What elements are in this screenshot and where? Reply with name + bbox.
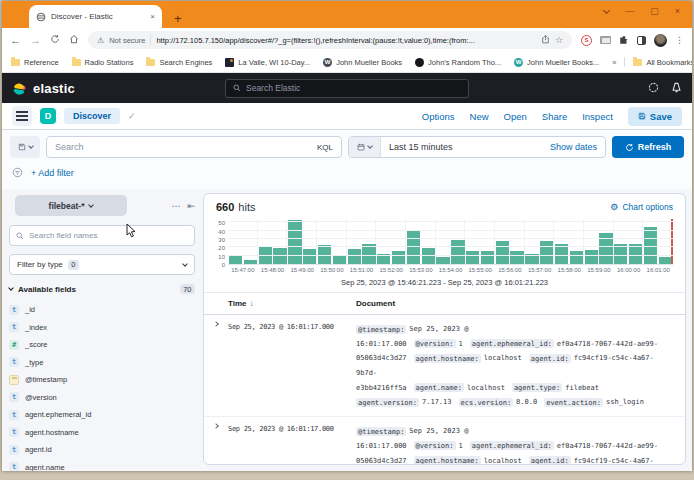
- histogram-bar[interactable]: [229, 255, 242, 264]
- new-tab-button[interactable]: +: [174, 12, 182, 25]
- histogram-bar[interactable]: [273, 248, 286, 264]
- time-range-value[interactable]: Last 15 minutes: [381, 142, 461, 152]
- histogram-bar[interactable]: [333, 255, 346, 264]
- global-search-input[interactable]: Search Elastic: [225, 79, 469, 98]
- add-filter-button[interactable]: + Add filter: [31, 168, 74, 178]
- bookmark-item[interactable]: Search Engines: [146, 58, 212, 67]
- side-panel-icon[interactable]: [637, 36, 646, 45]
- histogram-bar[interactable]: [481, 251, 494, 264]
- chart-options-button[interactable]: ⚙ Chart options: [610, 202, 673, 212]
- reload-button[interactable]: [50, 34, 60, 46]
- histogram-bar[interactable]: [496, 241, 509, 264]
- histogram-chart[interactable]: 01020304050 15:47:0015:48:0015:49:0015:5…: [212, 219, 673, 273]
- save-button[interactable]: Save: [628, 107, 682, 126]
- histogram-bar[interactable]: [585, 250, 598, 264]
- collapse-sidebar-icon[interactable]: ⇤: [187, 201, 195, 211]
- adblock-extension-icon[interactable]: S: [581, 35, 592, 46]
- home-button[interactable]: [69, 34, 79, 46]
- all-bookmarks-button[interactable]: All Bookmarks: [633, 58, 692, 67]
- toolbar-link-open[interactable]: Open: [504, 111, 527, 122]
- document-field-name[interactable]: agent.id:: [529, 456, 571, 464]
- toolbar-link-options[interactable]: Options: [422, 111, 455, 122]
- refresh-button[interactable]: Refresh: [612, 136, 684, 158]
- available-fields-header[interactable]: Available fields 70: [9, 284, 195, 294]
- document-field-name[interactable]: event.action:: [544, 398, 603, 407]
- space-badge[interactable]: D: [40, 108, 56, 124]
- toolbar-link-share[interactable]: Share: [542, 111, 567, 122]
- alerts-icon[interactable]: [671, 79, 682, 97]
- address-bar[interactable]: ⚠ Not secure http://172.105.7.150/app/di…: [88, 31, 572, 49]
- window-chevron-icon[interactable]: [603, 6, 610, 13]
- document-field-name[interactable]: agent.type:: [512, 383, 562, 392]
- browser-tab[interactable]: Discover - Elastic ×: [29, 5, 162, 28]
- field-search-input[interactable]: Search field names: [9, 225, 195, 246]
- document-field-name[interactable]: agent.hostname:: [414, 354, 481, 363]
- extensions-puzzle-icon[interactable]: [619, 31, 629, 49]
- document-field-name[interactable]: agent.ephemeral_id:: [470, 339, 554, 348]
- date-picker-calendar-button[interactable]: [349, 137, 381, 157]
- bookmark-item[interactable]: Radio Stations: [72, 58, 134, 67]
- expand-row-chevron-icon[interactable]: [204, 322, 228, 410]
- sort-descending-icon[interactable]: ↓: [250, 299, 254, 308]
- histogram-bar[interactable]: [303, 249, 316, 264]
- time-column-header[interactable]: Time ↓: [228, 299, 356, 308]
- field-item[interactable]: @timestamp: [9, 371, 195, 389]
- document-field-name[interactable]: @timestamp:: [356, 427, 406, 436]
- histogram-bar[interactable]: [466, 251, 479, 264]
- histogram-bar[interactable]: [570, 251, 583, 264]
- histogram-bar[interactable]: [244, 260, 257, 264]
- browser-menu-icon[interactable]: ⋮: [675, 35, 684, 45]
- kql-search-input[interactable]: Search KQL: [46, 136, 342, 158]
- index-options-ellipsis-icon[interactable]: ⋯: [171, 201, 180, 211]
- bookmark-star-icon[interactable]: ☆: [555, 35, 563, 45]
- bookmark-item[interactable]: WJohn Mueller Books...: [514, 58, 599, 67]
- field-item[interactable]: tagent.id: [9, 441, 195, 459]
- bookmarks-overflow-chevron[interactable]: »: [612, 58, 616, 67]
- document-field-name[interactable]: ecs.version:: [459, 398, 514, 407]
- menu-hamburger-icon[interactable]: [12, 106, 32, 126]
- plot-area[interactable]: [228, 219, 673, 265]
- histogram-bar[interactable]: [540, 241, 553, 264]
- help-icon[interactable]: [648, 79, 659, 97]
- bookmark-item[interactable]: John's Random Tho...: [415, 58, 501, 67]
- back-button[interactable]: ←: [10, 35, 21, 46]
- date-picker[interactable]: Last 15 minutes Show dates: [348, 136, 606, 158]
- window-minimize-button[interactable]: —: [625, 6, 634, 16]
- bookmark-item[interactable]: Reference: [11, 58, 59, 67]
- index-pattern-dropdown[interactable]: filebeat-*: [15, 195, 127, 216]
- saved-query-menu-button[interactable]: [10, 136, 40, 158]
- document-field-name[interactable]: agent.ephemeral_id:: [470, 441, 554, 450]
- document-field-name[interactable]: agent.hostname:: [414, 456, 481, 464]
- document-field-name[interactable]: agent.version:: [356, 398, 419, 407]
- filter-by-type-select[interactable]: Filter by type 0: [9, 254, 195, 275]
- histogram-bar[interactable]: [407, 231, 420, 264]
- field-item[interactable]: tagent.ephemeral_id: [9, 406, 195, 424]
- filter-menu-icon[interactable]: [12, 164, 23, 182]
- document-field-name[interactable]: @version:: [414, 339, 456, 348]
- document-field-name[interactable]: agent.id:: [529, 354, 571, 363]
- histogram-bar[interactable]: [451, 240, 464, 264]
- histogram-bar[interactable]: [659, 257, 672, 264]
- breadcrumb[interactable]: Discover: [64, 108, 120, 124]
- elastic-logo[interactable]: elastic: [12, 81, 75, 96]
- toolbar-link-inspect[interactable]: Inspect: [582, 111, 613, 122]
- table-row[interactable]: Sep 25, 2023 @ 16:01:17.000@timestamp:Se…: [204, 315, 685, 417]
- field-item[interactable]: tagent.hostname: [9, 424, 195, 442]
- field-item[interactable]: tagent.name: [9, 459, 195, 472]
- share-icon[interactable]: [541, 35, 550, 46]
- field-item[interactable]: #_score: [9, 336, 195, 354]
- bookmark-item[interactable]: La Valle, WI 10-Day...: [225, 58, 310, 67]
- document-field-name[interactable]: @version:: [414, 441, 456, 450]
- histogram-bar[interactable]: [348, 249, 361, 264]
- document-field-name[interactable]: @timestamp:: [356, 325, 406, 334]
- field-item[interactable]: t@version: [9, 389, 195, 407]
- field-item[interactable]: t_id: [9, 301, 195, 319]
- forward-button[interactable]: →: [30, 35, 41, 46]
- field-item[interactable]: t_type: [9, 354, 195, 372]
- toolbar-link-new[interactable]: New: [470, 111, 489, 122]
- histogram-bar[interactable]: [422, 248, 435, 264]
- histogram-bar[interactable]: [436, 257, 449, 264]
- table-row[interactable]: Sep 25, 2023 @ 16:01:17.000@timestamp:Se…: [204, 417, 685, 464]
- histogram-bar[interactable]: [510, 251, 523, 264]
- document-field-name[interactable]: agent.name:: [414, 383, 464, 392]
